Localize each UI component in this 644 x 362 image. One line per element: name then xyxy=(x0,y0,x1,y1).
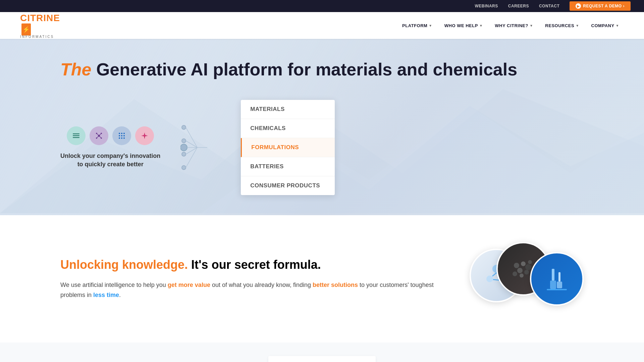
knowledge-body: We use artificial intelligence to help y… xyxy=(60,280,443,300)
svg-rect-49 xyxy=(550,281,556,289)
svg-point-18 xyxy=(119,135,120,136)
svg-point-22 xyxy=(121,137,122,139)
svg-point-28 xyxy=(180,144,187,151)
svg-line-11 xyxy=(97,133,99,136)
svg-point-16 xyxy=(121,133,122,134)
webinars-link[interactable]: WEBINARS xyxy=(475,4,498,8)
knowledge-title-rest: It's our secret formula. xyxy=(191,258,321,272)
svg-point-47 xyxy=(513,272,517,276)
sparkle-icon-circle[interactable] xyxy=(135,126,154,145)
logo-text: CITRINE ⚡ xyxy=(20,13,60,36)
lab-image xyxy=(530,252,584,306)
svg-point-40 xyxy=(514,263,519,268)
svg-point-46 xyxy=(528,260,532,264)
svg-point-15 xyxy=(119,133,120,134)
menu-item-chemicals[interactable]: CHEMICALS xyxy=(241,119,335,138)
svg-point-27 xyxy=(182,166,186,170)
network-icon xyxy=(94,131,104,140)
svg-point-21 xyxy=(119,137,120,139)
knowledge-title: Unlocking knowledge. It's our secret for… xyxy=(60,258,443,272)
main-nav: PLATFORM ▼ WHO WE HELP ▼ WHY CITRINE? ▼ … xyxy=(397,20,624,31)
svg-rect-4 xyxy=(73,135,79,136)
customers-section: EASTMAN xyxy=(0,343,644,362)
svg-line-12 xyxy=(99,133,101,136)
hero-title: The Generative AI platform for materials… xyxy=(60,59,584,80)
careers-link[interactable]: CAREERS xyxy=(508,4,529,8)
svg-rect-5 xyxy=(73,137,79,138)
list-icon xyxy=(71,131,81,140)
nav-why-citrine[interactable]: WHY CITRINE? ▼ xyxy=(490,20,538,31)
svg-line-32 xyxy=(186,147,197,168)
svg-rect-50 xyxy=(558,272,560,282)
svg-point-24 xyxy=(182,125,186,129)
knowledge-text: Unlocking knowledge. It's our secret for… xyxy=(60,258,443,300)
header: CITRINE ⚡ INFORMATICS PLATFORM ▼ WHO WE … xyxy=(0,12,644,39)
knowledge-title-orange: Unlocking knowledge. xyxy=(60,258,188,272)
get-more-value-link[interactable]: get more value xyxy=(168,282,210,288)
sparkle-icon xyxy=(140,131,149,140)
connector-svg xyxy=(180,114,221,181)
svg-point-45 xyxy=(520,274,524,278)
menu-item-materials[interactable]: MATERIALS xyxy=(241,100,335,119)
nav-resources[interactable]: RESOURCES ▼ xyxy=(540,20,584,31)
grid-icon xyxy=(117,131,126,140)
svg-line-14 xyxy=(99,136,101,138)
svg-point-25 xyxy=(182,139,186,143)
widget-text: Unlock your company's innovation to quic… xyxy=(60,152,160,169)
demo-icon: ▶ xyxy=(576,3,581,9)
svg-point-43 xyxy=(517,268,523,273)
hero-content: The Generative AI platform for materials… xyxy=(60,59,584,195)
grid-icon-circle[interactable] xyxy=(112,126,131,145)
eastman-card: EASTMAN xyxy=(268,356,376,362)
chevron-down-icon: ▼ xyxy=(479,24,483,27)
svg-rect-52 xyxy=(547,289,567,290)
svg-point-35 xyxy=(486,276,493,282)
lab-svg xyxy=(540,262,574,296)
svg-line-29 xyxy=(186,127,197,147)
menu-item-consumer-products[interactable]: CONSUMER PRODUCTS xyxy=(241,176,335,195)
logo[interactable]: CITRINE ⚡ INFORMATICS xyxy=(20,13,60,39)
platform-widget: Unlock your company's innovation to quic… xyxy=(60,100,584,195)
menu-item-batteries[interactable]: BATTERIES xyxy=(241,157,335,176)
hero-section: The Generative AI platform for materials… xyxy=(0,39,644,215)
demo-button[interactable]: ▶ REQUEST A DEMO › xyxy=(570,1,631,11)
svg-point-42 xyxy=(525,264,531,270)
svg-rect-3 xyxy=(73,133,79,134)
menu-item-formulations[interactable]: FORMULATIONS xyxy=(241,138,335,157)
svg-line-13 xyxy=(97,136,99,138)
svg-point-19 xyxy=(121,135,122,136)
svg-point-26 xyxy=(182,152,186,156)
chevron-down-icon: ▼ xyxy=(429,24,432,27)
svg-point-44 xyxy=(524,270,529,275)
svg-point-17 xyxy=(123,133,125,134)
better-solutions-link[interactable]: better solutions xyxy=(313,282,358,288)
logo-sub: INFORMATICS xyxy=(20,35,60,39)
svg-rect-48 xyxy=(552,269,554,281)
nav-company[interactable]: COMPANY ▼ xyxy=(587,20,624,31)
top-bar: WEBINARS CAREERS CONTACT ▶ REQUEST A DEM… xyxy=(0,0,644,12)
knowledge-section: Unlocking knowledge. It's our secret for… xyxy=(0,215,644,343)
widget-left: Unlock your company's innovation to quic… xyxy=(60,126,160,169)
hero-title-rest: Generative AI platform for materials and… xyxy=(91,60,517,79)
logo-icon: ⚡ xyxy=(21,23,31,36)
list-icon-circle[interactable] xyxy=(67,126,86,145)
svg-point-23 xyxy=(123,137,125,139)
svg-line-37 xyxy=(492,273,496,276)
svg-rect-51 xyxy=(557,282,562,288)
chevron-down-icon: ▼ xyxy=(616,24,619,27)
chevron-down-icon: ▼ xyxy=(576,24,579,27)
chevron-down-icon: ▼ xyxy=(530,24,533,27)
svg-point-20 xyxy=(123,135,125,136)
less-time-link[interactable]: less time xyxy=(93,292,119,298)
icon-row xyxy=(67,126,154,145)
contact-link[interactable]: CONTACT xyxy=(539,4,559,8)
svg-point-41 xyxy=(521,261,526,266)
knowledge-images xyxy=(470,242,584,316)
nav-platform[interactable]: PLATFORM ▼ xyxy=(397,20,437,31)
network-icon-circle[interactable] xyxy=(90,126,108,145)
hero-title-italic: The xyxy=(60,60,91,79)
nav-who-we-help[interactable]: WHO WE HELP ▼ xyxy=(440,20,488,31)
node-connector xyxy=(180,114,221,181)
materials-menu: MATERIALS CHEMICALS FORMULATIONS BATTERI… xyxy=(241,100,335,195)
